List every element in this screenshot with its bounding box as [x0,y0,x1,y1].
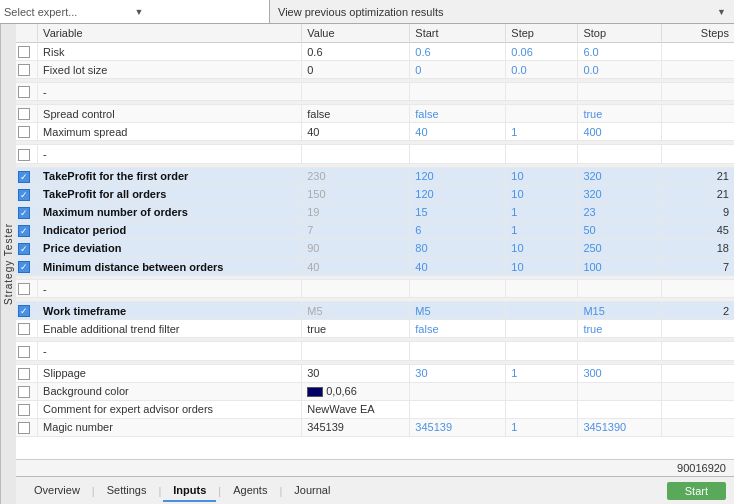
row-start: 6 [410,221,506,239]
color-swatch [307,387,323,397]
table-row[interactable]: - [16,83,734,101]
row-checkbox[interactable] [18,126,30,138]
row-checkbox-cell [16,123,38,141]
row-checkbox[interactable] [18,243,30,255]
row-start: 0 [410,61,506,79]
row-stop: 320 [578,185,662,203]
row-checkbox-cell [16,364,38,382]
row-checkbox[interactable] [18,346,30,358]
row-variable: - [38,145,302,163]
row-checkbox[interactable] [18,422,30,434]
row-start [410,400,506,418]
row-checkbox[interactable] [18,108,30,120]
row-variable: - [38,342,302,360]
table-row[interactable]: Minimum distance between orders404010100… [16,258,734,276]
row-step [506,105,578,123]
tab-inputs[interactable]: Inputs [163,480,216,502]
row-checkbox[interactable] [18,207,30,219]
row-value: 345139 [302,418,410,436]
start-button[interactable]: Start [667,482,726,500]
row-stop: 300 [578,364,662,382]
row-start: 40 [410,258,506,276]
row-variable: TakeProfit for all orders [38,185,302,203]
row-checkbox-cell [16,280,38,298]
row-checkbox[interactable] [18,404,30,416]
row-checkbox[interactable] [18,86,30,98]
row-variable: Price deviation [38,239,302,257]
tab-overview[interactable]: Overview [24,480,90,502]
row-checkbox-cell [16,320,38,338]
table-row[interactable]: Slippage30301300 [16,364,734,382]
row-steps [662,342,734,360]
row-step [506,145,578,163]
table-row[interactable]: Spread controlfalsefalsetrue [16,105,734,123]
row-variable: Magic number [38,418,302,436]
table-row[interactable]: TakeProfit for all orders1501201032021 [16,185,734,203]
top-toolbar: Select expert... ▼ View previous optimiz… [0,0,734,24]
row-start: false [410,105,506,123]
row-steps: 18 [662,239,734,257]
row-checkbox[interactable] [18,323,30,335]
row-checkbox[interactable] [18,64,30,76]
row-value: 40 [302,123,410,141]
row-checkbox[interactable] [18,225,30,237]
table-row[interactable]: - [16,145,734,163]
row-stop: 100 [578,258,662,276]
row-steps: 7 [662,258,734,276]
row-start: 120 [410,167,506,185]
row-checkbox[interactable] [18,261,30,273]
row-value [302,342,410,360]
main-area: Strategy Tester Variable Value Start Ste… [0,24,734,504]
row-start [410,83,506,101]
row-variable: - [38,280,302,298]
row-step: 10 [506,258,578,276]
table-row[interactable]: Magic number34513934513913451390 [16,418,734,436]
row-step: 10 [506,185,578,203]
row-stop: 50 [578,221,662,239]
table-row[interactable]: - [16,342,734,360]
row-value: 150 [302,185,410,203]
row-checkbox[interactable] [18,283,30,295]
expert-select-dropdown[interactable]: Select expert... ▼ [0,0,270,23]
table-row[interactable]: Price deviation90801025018 [16,239,734,257]
tab-journal[interactable]: Journal [284,480,340,502]
row-checkbox[interactable] [18,46,30,58]
tab-agents[interactable]: Agents [223,480,277,502]
row-checkbox[interactable] [18,171,30,183]
row-checkbox[interactable] [18,368,30,380]
row-variable: Maximum spread [38,123,302,141]
row-checkbox-cell [16,302,38,320]
table-container[interactable]: Variable Value Start Step Stop Steps Ris… [16,24,734,459]
th-steps: Steps [662,24,734,43]
table-row[interactable]: Indicator period7615045 [16,221,734,239]
table-row[interactable]: TakeProfit for the first order2301201032… [16,167,734,185]
row-checkbox[interactable] [18,189,30,201]
table-row[interactable]: Background color0,0,66 [16,382,734,400]
row-stop [578,145,662,163]
table-row[interactable]: Enable additional trend filtertruefalset… [16,320,734,338]
sidebar: Strategy Tester [0,24,16,504]
row-stop: 400 [578,123,662,141]
row-checkbox[interactable] [18,149,30,161]
row-checkbox[interactable] [18,386,30,398]
expert-select-arrow: ▼ [135,7,266,17]
row-start: 345139 [410,418,506,436]
expert-select-label: Select expert... [4,6,135,18]
table-row[interactable]: - [16,280,734,298]
table-row[interactable]: Comment for expert advisor ordersNewWave… [16,400,734,418]
table-row[interactable]: Fixed lot size000.00.0 [16,61,734,79]
table-row[interactable]: Risk0.60.60.066.0 [16,43,734,61]
tab-settings[interactable]: Settings [97,480,157,502]
row-step: 1 [506,221,578,239]
table-row[interactable]: Work timeframeM5M5M152 [16,302,734,320]
row-variable: Fixed lot size [38,61,302,79]
row-stop: 3451390 [578,418,662,436]
row-step [506,302,578,320]
total-row: 90016920 [16,459,734,476]
view-prev-button[interactable]: View previous optimization results ▼ [270,0,734,23]
row-variable: Maximum number of orders [38,203,302,221]
table-row[interactable]: Maximum spread40401400 [16,123,734,141]
row-checkbox[interactable] [18,305,30,317]
table-row[interactable]: Maximum number of orders19151239 [16,203,734,221]
row-steps [662,83,734,101]
